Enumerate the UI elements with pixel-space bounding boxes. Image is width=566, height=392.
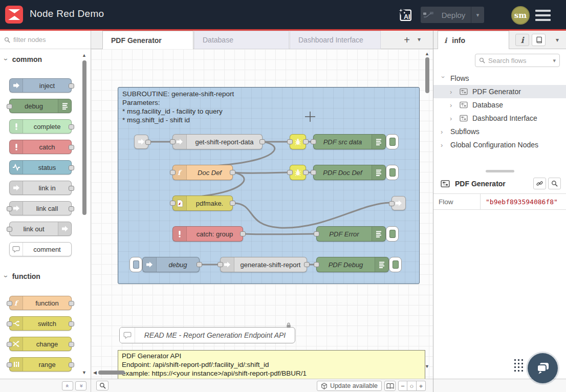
input-port[interactable] [217, 262, 223, 267]
output-port[interactable] [69, 124, 74, 129]
link-out-node[interactable] [391, 196, 406, 210]
widget-drag-handle[interactable] [513, 358, 524, 373]
navigator-button[interactable] [384, 381, 396, 391]
palette-scrollbar[interactable] [82, 60, 86, 215]
palette-node-comment[interactable]: comment [9, 242, 72, 256]
output-port[interactable] [145, 140, 151, 145]
tab-dashboard-interface[interactable]: Dashboard Interface [290, 31, 381, 49]
zoom-reset-button[interactable]: ○ [407, 381, 417, 391]
function-node-doc-def[interactable]: Doc Def [172, 165, 233, 180]
tree-item-database[interactable]: › Database [433, 98, 566, 112]
flow-canvas[interactable]: SUBROUTINE: generate-shift-reportParamet… [91, 49, 433, 379]
zoom-out-button[interactable]: − [398, 381, 407, 391]
output-port[interactable] [69, 206, 74, 211]
sidebar-options-button[interactable]: ▾ [556, 36, 559, 43]
canvas-scroll-down[interactable]: ▼ [425, 364, 429, 369]
debug-enable-toggle[interactable] [386, 134, 399, 149]
palette-node-link-out[interactable]: link out [9, 222, 72, 236]
input-port[interactable] [7, 342, 12, 347]
input-port[interactable] [7, 206, 12, 211]
flow-group[interactable]: SUBROUTINE: generate-shift-reportParamet… [118, 87, 420, 284]
update-available-button[interactable]: Update available [317, 381, 382, 391]
output-port[interactable] [69, 145, 74, 150]
search-flows-input[interactable] [488, 57, 550, 64]
output-port[interactable] [259, 139, 265, 144]
palette-node-function[interactable]: function [9, 296, 72, 310]
debug-node-pdf-error[interactable]: PDF Error [316, 226, 386, 242]
inject-node-debug[interactable]: debug [142, 257, 200, 272]
output-port[interactable] [69, 321, 74, 326]
input-port[interactable] [314, 262, 319, 267]
output-port[interactable] [69, 301, 74, 306]
output-port[interactable] [240, 231, 246, 236]
debug-enable-toggle[interactable] [389, 257, 402, 272]
input-port[interactable] [7, 321, 12, 326]
chat-widget-button[interactable] [528, 353, 558, 383]
debug-node-pdf-src-data[interactable]: PDF src data [313, 134, 386, 149]
palette-node-switch[interactable]: switch [9, 316, 72, 331]
link-call-node[interactable]: get-shift-report-data [172, 134, 263, 149]
tree-item-dashboard-interface[interactable]: › Dashboard Interface [433, 112, 566, 125]
palette-node-range[interactable]: range [9, 357, 72, 372]
output-port[interactable] [69, 362, 74, 367]
sidebar-divider-handle[interactable] [433, 168, 566, 174]
input-port[interactable] [314, 231, 319, 236]
output-port[interactable] [303, 139, 309, 144]
main-menu-button[interactable] [535, 10, 551, 21]
input-port[interactable] [287, 139, 293, 144]
debug-junction-node[interactable] [290, 134, 306, 149]
tab-info[interactable]: i info [438, 31, 509, 49]
debug-enable-toggle[interactable] [386, 165, 399, 180]
tree-item-subflows[interactable]: › Subflows [433, 125, 566, 138]
input-port[interactable] [170, 201, 176, 206]
input-port[interactable] [7, 227, 12, 232]
link-call-node-generate[interactable]: generate-shift-report [220, 257, 307, 272]
tree-item-pdf-generator[interactable]: › PDF Generator [433, 85, 566, 98]
debug-junction-node[interactable] [290, 165, 306, 180]
comment-node[interactable]: READ ME - Report Generation Endpoint API [119, 327, 295, 343]
debug-node-pdf-doc-def[interactable]: PDF Doc Def [313, 165, 386, 180]
palette-node-status[interactable]: status [9, 160, 72, 175]
palette-node-change[interactable]: change [9, 337, 72, 351]
input-port[interactable] [389, 201, 395, 206]
output-port[interactable] [69, 186, 74, 191]
palette-scroll-down[interactable]: ▼ [82, 371, 86, 375]
canvas-scroll-left[interactable]: ◀ [93, 371, 97, 375]
tree-item-global-config[interactable]: › Global Configuration Nodes [433, 138, 566, 151]
catch-node[interactable]: catch: group [172, 226, 243, 242]
palette-node-link-call[interactable]: link call [9, 201, 72, 215]
filter-nodes-input[interactable] [13, 36, 86, 43]
output-port[interactable] [230, 201, 235, 206]
help-book-button[interactable] [532, 34, 546, 46]
inject-button[interactable] [129, 257, 142, 272]
palette-category-function[interactable]: › function [5, 272, 40, 280]
output-port[interactable] [69, 342, 74, 347]
debug-enable-toggle[interactable] [386, 226, 399, 242]
copy-link-button[interactable] [533, 178, 546, 189]
output-port[interactable] [69, 165, 74, 170]
link-in-node[interactable] [134, 135, 148, 149]
add-flow-button[interactable]: + [400, 33, 413, 47]
info-tool-button[interactable]: i [515, 34, 529, 46]
output-port[interactable] [69, 83, 74, 89]
input-port[interactable] [311, 170, 316, 175]
palette-scroll-up[interactable]: ▲ [82, 53, 86, 58]
search-flows-button[interactable] [96, 381, 108, 390]
tab-pdf-generator[interactable]: PDF Generator [102, 31, 193, 49]
canvas-vertical-scrollbar[interactable] [425, 57, 429, 93]
ai-assistant-button[interactable] [397, 7, 413, 23]
output-port[interactable] [304, 262, 310, 267]
input-port[interactable] [170, 139, 176, 144]
input-port[interactable] [7, 104, 12, 109]
chevron-down-icon[interactable]: ▾ [553, 57, 556, 64]
output-port[interactable] [230, 170, 235, 175]
output-port[interactable] [303, 170, 309, 175]
input-port[interactable] [311, 139, 316, 144]
zoom-in-button[interactable]: + [417, 381, 426, 391]
palette-node-debug[interactable]: debug [9, 99, 72, 113]
canvas-horizontal-scrollbar[interactable] [98, 371, 125, 375]
flow-list-button[interactable]: ▾ [418, 36, 421, 43]
palette-node-inject[interactable]: inject [9, 78, 72, 93]
api-info-note[interactable]: PDF Generator API Endpoint: /api/shift-r… [118, 350, 425, 379]
search-flow-button[interactable] [548, 178, 561, 189]
